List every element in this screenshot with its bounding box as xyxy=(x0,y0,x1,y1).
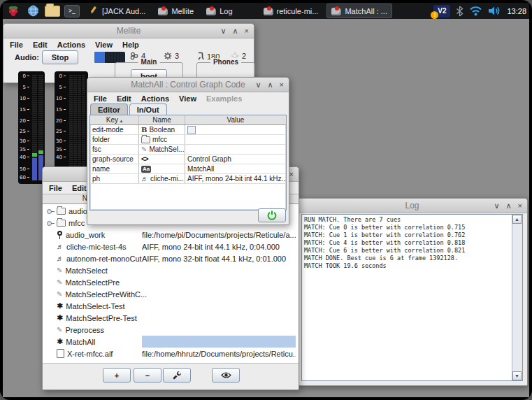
list-item[interactable]: ✎ MatchSelectPreWithC... xyxy=(43,288,299,300)
audio-stop-button[interactable]: Stop xyxy=(42,50,78,64)
value-header[interactable]: Value xyxy=(185,115,286,124)
folder-icon xyxy=(141,136,150,143)
menu-actions[interactable]: Actions xyxy=(141,94,169,103)
menu-edit[interactable]: Edit xyxy=(117,94,131,103)
browser-globe-icon[interactable] xyxy=(25,4,41,17)
edit-mode-checkbox[interactable] xyxy=(187,126,196,134)
shade-button[interactable]: ∨ xyxy=(255,78,261,92)
scroll-up-arrow[interactable]: ▲ xyxy=(512,215,522,224)
selected-value-cell[interactable] xyxy=(142,336,296,348)
menu-file[interactable]: File xyxy=(10,41,23,49)
row-value: Control Graph xyxy=(185,155,286,164)
table-row[interactable]: edit-mode BBoolean xyxy=(90,125,286,135)
close-button[interactable]: × xyxy=(518,199,522,213)
text-type-icon: Aa xyxy=(141,166,151,173)
remove-button[interactable]: − xyxy=(134,368,161,383)
bluetooth-icon[interactable] xyxy=(456,6,463,17)
list-item[interactable]: ♬ autonom-ret-monoCut AIFF, mono 32-bit … xyxy=(43,252,299,264)
taskbar-window-reticule[interactable]: reticule-mi... xyxy=(259,4,323,17)
code-pen-icon: ✎ xyxy=(57,266,62,274)
row-key: edit-mode xyxy=(90,125,139,134)
terminal-icon[interactable]: >_ xyxy=(64,4,80,17)
table-row[interactable]: graph-source <> Control Graph xyxy=(90,155,286,164)
menu-file[interactable]: File xyxy=(49,184,62,192)
menu-actions[interactable]: Actions xyxy=(57,41,85,49)
menu-edit[interactable]: Edit xyxy=(33,41,48,49)
eye-icon xyxy=(221,371,231,379)
maximize-button[interactable]: ∧ xyxy=(506,199,512,213)
menu-view[interactable]: View xyxy=(95,41,113,49)
list-item[interactable]: X-ret-mfcc.aif file:/home/hhrutz/Documen… xyxy=(43,348,299,359)
item-label: cliche-mic-test-4s xyxy=(66,243,127,251)
list-item[interactable]: ♬ cliche-mic-test-4s AIFF, mono 24-bit i… xyxy=(43,241,299,252)
file-icon xyxy=(57,349,64,358)
key-header[interactable]: Key xyxy=(106,116,118,124)
close-button[interactable]: × xyxy=(280,78,284,92)
raspberry-menu-icon[interactable] xyxy=(6,4,21,17)
list-item[interactable]: ✱ MatchSelectPre-Test xyxy=(43,312,299,324)
item-label: MatchSelectPre xyxy=(65,278,120,287)
volume-icon[interactable] xyxy=(488,6,501,16)
close-button[interactable]: × xyxy=(289,167,294,181)
group-label: Main xyxy=(138,58,160,66)
power-toggle-button[interactable] xyxy=(258,208,286,222)
wifi-icon[interactable] xyxy=(469,6,482,16)
list-item[interactable]: audio_work file:/home/pi/Documents/proje… xyxy=(43,229,299,241)
menu-view[interactable]: View xyxy=(179,94,196,103)
edit-wrench-button[interactable] xyxy=(163,368,191,383)
taskbar-window-jack[interactable]: [JACK Aud... xyxy=(84,4,150,17)
close-button[interactable]: × xyxy=(245,24,249,38)
taskbar-window-matchall[interactable]: MatchAll : ... xyxy=(326,3,392,18)
meter-tick: 0 xyxy=(18,74,29,79)
taskbar-window-mellite[interactable]: Mellite xyxy=(154,4,198,17)
tree-expander-icon[interactable] xyxy=(47,208,55,213)
meter-tick: 35 xyxy=(55,148,66,152)
tree-expander-icon[interactable] xyxy=(47,220,55,225)
menu-examples[interactable]: Examples xyxy=(206,94,242,103)
table-row[interactable]: fsc ✎MatchSel... xyxy=(90,145,286,155)
row-name: MatchSel... xyxy=(149,145,184,154)
table-row[interactable]: folder mfcc xyxy=(90,135,286,145)
maximize-button[interactable]: ∧ xyxy=(233,24,238,38)
table-row[interactable]: ph ♬cliche-mi... AIFF, mono 24-bit int 4… xyxy=(90,174,286,184)
log-titlebar[interactable]: Log ∨ ∧ × xyxy=(297,199,527,213)
view-eye-button[interactable] xyxy=(212,368,240,383)
table-row[interactable]: name Aa MatchAll xyxy=(90,164,286,174)
meter-tick: 0 xyxy=(55,74,66,79)
list-item[interactable]: ✱ MatchSelect-Test xyxy=(43,300,299,312)
log-text-area[interactable]: RUN MATCH. There are 7 cues MATCH: Cue 0… xyxy=(301,214,523,381)
tab-in-out[interactable]: In/Out xyxy=(129,103,167,115)
list-item[interactable]: ✎ Preprocess xyxy=(43,324,299,336)
list-item[interactable]: ✎ MatchSelect xyxy=(43,264,299,276)
add-button[interactable]: + xyxy=(103,368,131,383)
shade-button[interactable]: ∨ xyxy=(494,199,499,213)
taskbar-window-log[interactable]: Log xyxy=(202,4,236,17)
menu-help[interactable]: Help xyxy=(122,41,139,49)
scroll-down-arrow[interactable]: ▼ xyxy=(512,371,522,380)
editor-tabs: Editor In/Out xyxy=(90,103,168,115)
log-scrollbar[interactable]: ▲ ▼ xyxy=(512,215,522,380)
mellite-titlebar[interactable]: Mellite ∨ ∧ × xyxy=(3,24,254,38)
log-line: MATCH: Cue 1 is better with correlation … xyxy=(304,231,511,239)
vnc-icon[interactable]: V2 ! xyxy=(433,5,450,17)
item-value: file:/home/hhrutz/Documents/projects/Ret… xyxy=(142,350,296,358)
taskbar-window-label: reticule-mi... xyxy=(277,7,319,15)
matchall-titlebar[interactable]: MatchAll : Control Graph Code ∨ ∧ × xyxy=(87,78,289,92)
item-label: mfcc xyxy=(69,219,85,227)
meter-tick: 35 xyxy=(18,148,29,152)
code-pen-icon: ✎ xyxy=(57,290,62,298)
table-header[interactable]: Key ▴ Name Value xyxy=(90,115,286,125)
file-manager-icon[interactable] xyxy=(45,4,60,17)
matchall-window: MatchAll : Control Graph Code ∨ ∧ × File… xyxy=(87,77,289,225)
name-header[interactable]: Name xyxy=(139,115,185,124)
menu-file[interactable]: File xyxy=(94,94,107,103)
shade-button[interactable]: ∨ xyxy=(220,24,226,38)
list-item[interactable]: ✎ MatchSelectPre xyxy=(43,276,299,288)
item-label: autonom-ret-monoCut xyxy=(66,255,142,263)
clock[interactable]: 13:28 xyxy=(507,7,526,15)
meter-tick: 10 xyxy=(18,97,29,101)
menu-edit[interactable]: Edit xyxy=(72,184,87,192)
maximize-button[interactable]: ∧ xyxy=(268,78,273,92)
list-item selected[interactable]: ✱ MatchAll xyxy=(43,336,299,348)
tab-editor[interactable]: Editor xyxy=(90,103,128,115)
